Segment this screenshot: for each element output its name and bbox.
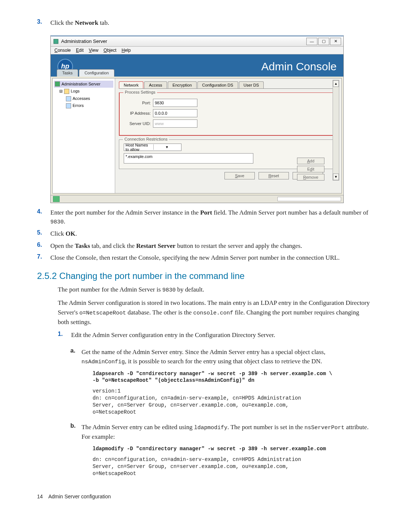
log-icon (66, 96, 71, 101)
menu-edit[interactable]: Edit (76, 48, 84, 53)
ip-label: IP Address: (124, 111, 151, 115)
edit-button[interactable]: Edit (297, 166, 324, 172)
app-icon (53, 38, 59, 44)
maximize-button[interactable]: ▢ (318, 38, 329, 45)
page-footer: 14 Admin Server configuration (37, 484, 370, 499)
tab-access[interactable]: Access (144, 81, 167, 88)
step-text: Click the Network tab. (50, 18, 370, 28)
tab-config-ds[interactable]: Configuration DS (197, 81, 238, 88)
hostnames-combo[interactable]: Host Names to allow▾ (124, 144, 181, 151)
log-icon (66, 103, 71, 108)
server-icon (55, 81, 60, 87)
tab-tasks[interactable]: Tasks (57, 69, 78, 77)
step-number: 6. (37, 242, 50, 251)
step-text: Click OK. (50, 229, 370, 239)
tree-logs[interactable]: ⊟ Logs (54, 88, 113, 95)
uid-input[interactable] (153, 119, 197, 128)
tab-encryption[interactable]: Encryption (168, 81, 197, 88)
save-button[interactable]: Save (224, 172, 255, 179)
window-titlebar: Administration Server — ▢ ✕ (51, 37, 343, 47)
close-button[interactable]: ✕ (330, 38, 341, 45)
tree-errors[interactable]: Errors (54, 102, 113, 110)
menubar: Console Edit View Object Help (51, 47, 343, 54)
ip-input[interactable] (153, 109, 197, 117)
menu-console[interactable]: Console (54, 48, 71, 53)
reset-button[interactable]: Reset (259, 172, 289, 179)
code-block: dn: cn=configuration, cn=admin-serv-exam… (93, 456, 370, 477)
code-block: version:1 dn: cn=configuration, cn=admin… (93, 388, 370, 416)
scroll-up-icon[interactable]: ▲ (333, 80, 339, 87)
chevron-down-icon: ▾ (153, 144, 181, 150)
group-title: Process Settings (123, 90, 157, 94)
tree-accesses[interactable]: Accesses (54, 95, 113, 102)
substep-letter: a. (70, 347, 81, 420)
section-heading: 2.5.2 Changing the port number in the co… (37, 271, 370, 281)
minimize-button[interactable]: — (306, 38, 317, 45)
paragraph: The port number for the Admin Server is … (58, 285, 370, 295)
tab-configuration[interactable]: Configuration (79, 69, 114, 77)
substep-text: Get the name of the Admin Server entry. … (81, 347, 370, 420)
port-input[interactable] (153, 99, 197, 107)
port-label: Port: (124, 101, 151, 105)
tab-network[interactable]: Network (119, 81, 143, 88)
menu-object[interactable]: Object (104, 48, 117, 53)
uid-label: Server UID: (124, 121, 151, 126)
substep-letter: b. (70, 422, 81, 481)
paragraph: The Admin Server configuration is stored… (58, 298, 370, 327)
nav-tree: Administration Server ⊟ Logs Accesses Er… (53, 78, 115, 193)
add-button[interactable]: Add (297, 158, 324, 164)
code-block: ldapmodify -D "cn=directory manager" -w … (93, 445, 370, 452)
statusbar (51, 195, 343, 203)
folder-icon (64, 89, 69, 94)
banner: hp Admin Console Tasks Configuration (51, 54, 343, 77)
hostnames-list[interactable]: *.example.com (124, 153, 253, 164)
step-number: 7. (37, 253, 50, 263)
remove-button[interactable]: Remove (297, 174, 324, 181)
step-text: Enter the port number for the Admin Serv… (50, 208, 370, 226)
screenshot-window: Administration Server — ▢ ✕ Console Edit… (50, 35, 344, 203)
scrollbar[interactable]: ▲ ▼ (333, 80, 339, 181)
group-title: Connection Restrictions (123, 137, 169, 141)
step-text: Close the Console, then restart the Cons… (50, 253, 370, 263)
step-text: Open the Tasks tab, and click the Restar… (50, 242, 370, 251)
svg-rect-0 (54, 39, 58, 44)
step-text: Edit the Admin Server configuration entr… (71, 331, 370, 340)
menu-help[interactable]: Help (121, 48, 131, 53)
menu-view[interactable]: View (89, 48, 99, 53)
tree-admin-server[interactable]: Administration Server (54, 81, 113, 88)
tab-user-ds[interactable]: User DS (239, 81, 264, 88)
progress-bar (277, 197, 341, 201)
banner-title: Admin Console (261, 60, 337, 77)
step-number: 4. (37, 208, 50, 226)
process-settings-group: Process Settings Port: IP Address: Serve… (119, 92, 338, 136)
code-block: ldapsearch -D "cn=directory manager" -w … (93, 370, 370, 384)
status-icon (53, 196, 60, 202)
scroll-down-icon[interactable]: ▼ (333, 174, 339, 180)
step-number: 1. (58, 331, 71, 340)
window-title: Administration Server (61, 38, 107, 44)
step-number: 3. (37, 18, 50, 28)
step-number: 5. (37, 229, 50, 239)
substep-text: The Admin Server entry can be edited usi… (81, 422, 370, 481)
